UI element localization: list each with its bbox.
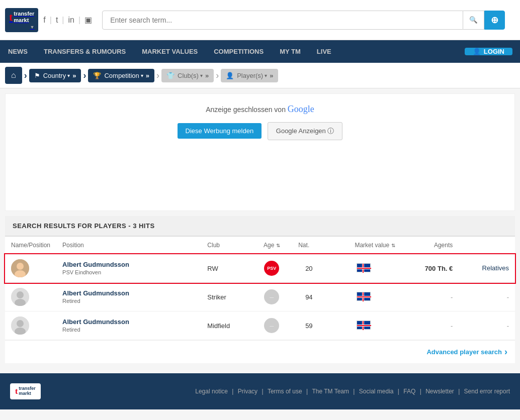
logo-name-top: transfer <box>14 11 34 17</box>
player-position: Midfield <box>201 311 251 340</box>
plus-search-icon: ⊕ <box>491 15 498 25</box>
ad-buttons: Diese Werbung melden Google Anzeigen ⓘ <box>178 122 343 140</box>
nav-my-tm[interactable]: MY TM <box>272 40 309 63</box>
breadcrumb-country[interactable]: ⚑ Country ▾ » <box>29 69 81 82</box>
login-label: LOGIN <box>484 48 504 55</box>
breadcrumb-clubs[interactable]: 👕 Club(s) ▾ » <box>161 69 214 82</box>
nav-transfers[interactable]: TRANSFERS & RUMOURS <box>36 40 134 63</box>
nav-market-values[interactable]: MARKET VALUES <box>134 40 206 63</box>
search-button[interactable]: 🔍 <box>463 11 484 30</box>
facebook-icon[interactable]: f <box>43 16 45 25</box>
competition-caret: ▾ <box>141 73 143 78</box>
competition-double-arrow: » <box>146 72 149 79</box>
flag-iceland <box>357 321 371 330</box>
player-club: Retired <box>62 298 80 304</box>
footer-social[interactable]: Social media <box>359 388 394 395</box>
nav-competitions[interactable]: COMPETITIONS <box>206 40 272 63</box>
nav-login-area: 👤 LOGIN <box>465 48 520 55</box>
svg-point-7 <box>17 320 24 327</box>
footer-error[interactable]: Send error report <box>464 388 510 395</box>
player-market-value: - <box>401 311 459 340</box>
country-label: Country <box>43 72 66 79</box>
flag-iceland <box>357 263 371 272</box>
player-age: 59 <box>292 311 325 340</box>
breadcrumb-home[interactable]: ⌂ <box>5 67 22 84</box>
player-nationality <box>326 283 401 311</box>
trophy-icon: 🏆 <box>93 72 101 79</box>
site-logo[interactable]: t transfer markt ▼ <box>5 8 38 32</box>
footer-tm-team[interactable]: The TM Team <box>312 388 349 395</box>
footer-links: Legal notice | Privacy | Terms of use | … <box>195 388 510 395</box>
footer-terms[interactable]: Terms of use <box>268 388 302 395</box>
players-caret: ▾ <box>265 73 267 78</box>
rss-icon[interactable]: ▣ <box>84 15 92 25</box>
svg-point-1 <box>17 263 24 270</box>
table-row: Albert GudmundssonRetiredStriker—94 -- <box>5 283 515 311</box>
player-name-link[interactable]: Albert Gudmundsson <box>62 318 129 326</box>
breadcrumb-arrow-4: › <box>216 70 219 81</box>
competition-label: Competition <box>104 72 139 79</box>
player-position: RW <box>201 254 251 283</box>
breadcrumb-arrow-2: › <box>83 70 86 81</box>
social-links: f | t | in | ▣ <box>43 15 92 25</box>
player-club: PSV Eindhoven <box>62 269 101 275</box>
col-age[interactable]: Age ⇅ <box>251 237 292 254</box>
player-market-value: 700 Th. € <box>401 254 459 283</box>
country-double-arrow: » <box>72 72 76 79</box>
report-ad-button[interactable]: Diese Werbung melden <box>178 123 262 139</box>
breadcrumb-players[interactable]: 👤 Player(s) ▾ » <box>221 69 278 82</box>
player-age: 20 <box>292 254 325 283</box>
col-market-value[interactable]: Market value ⇅ <box>326 237 401 254</box>
main-nav: NEWS TRANSFERS & RUMOURS MARKET VALUES C… <box>0 40 520 63</box>
nav-news[interactable]: NEWS <box>0 40 36 63</box>
breadcrumb-competition[interactable]: 🏆 Competition ▾ » <box>88 69 154 82</box>
player-club: Retired <box>62 327 80 333</box>
twitter-icon[interactable]: t <box>56 16 58 25</box>
player-agents: - <box>459 311 515 340</box>
player-market-value: - <box>401 283 459 311</box>
info-icon: ⓘ <box>327 127 334 135</box>
relatives-link[interactable]: Relatives <box>482 264 509 272</box>
header: t transfer markt ▼ f | t | in | ▣ 🔍 ⊕ <box>0 0 520 40</box>
club-badge-icon: PSV <box>264 261 279 276</box>
player-club-badge: — <box>251 283 292 311</box>
players-double-arrow: » <box>270 72 273 79</box>
footer: t transfer markt Legal notice | Privacy … <box>0 373 520 409</box>
google-brand: Google <box>288 104 314 114</box>
footer-privacy[interactable]: Privacy <box>238 388 257 395</box>
player-name-link[interactable]: Albert Gudmundsson <box>62 289 129 297</box>
agents-dash: - <box>507 322 509 330</box>
col-agents: Agents <box>401 237 459 254</box>
player-agents[interactable]: Relatives <box>459 254 515 283</box>
instagram-icon[interactable]: in <box>68 16 74 25</box>
col-position: Position <box>56 237 201 254</box>
players-label: Player(s) <box>237 72 263 79</box>
player-avatar <box>11 288 29 306</box>
advanced-search-button[interactable]: ⊕ <box>484 11 505 30</box>
search-icon: 🔍 <box>469 16 478 24</box>
advanced-search-arrow: › <box>504 347 507 357</box>
clubs-double-arrow: » <box>205 72 209 79</box>
col-club: Club <box>201 237 251 254</box>
breadcrumb-arrow-3: › <box>156 70 159 81</box>
col-name-position: Name/Position <box>5 237 56 254</box>
player-agents: - <box>459 283 515 311</box>
google-anzeigen-button[interactable]: Google Anzeigen ⓘ <box>268 122 343 140</box>
nav-live[interactable]: LIVE <box>309 40 339 63</box>
logo-sub: ▼ <box>9 25 34 30</box>
clubs-label: Club(s) <box>178 72 199 79</box>
logo-name-bottom: markt <box>14 17 34 23</box>
player-club-badge: PSV <box>251 254 292 283</box>
footer-faq[interactable]: FAQ <box>403 388 415 395</box>
home-icon: ⌂ <box>11 71 16 79</box>
footer-legal[interactable]: Legal notice <box>195 388 228 395</box>
player-name-link[interactable]: Albert Gudmundsson <box>62 261 129 268</box>
footer-logo: t transfer markt <box>10 383 41 399</box>
search-input[interactable] <box>102 11 463 30</box>
footer-newsletter[interactable]: Newsletter <box>425 388 454 395</box>
advanced-player-search-link[interactable]: Advanced player search <box>426 348 502 356</box>
flag-iceland <box>357 292 371 301</box>
country-caret: ▾ <box>67 73 70 78</box>
login-button[interactable]: 👤 LOGIN <box>465 48 512 55</box>
search-results-section: SEARCH RESULTS FOR PLAYERS - 3 HITS Name… <box>5 216 515 363</box>
